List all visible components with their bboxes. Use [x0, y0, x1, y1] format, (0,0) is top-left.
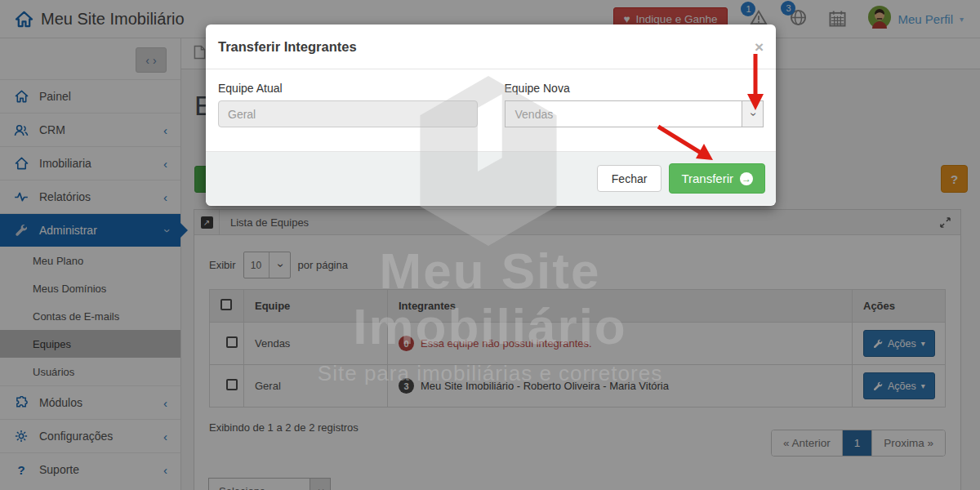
current-team-field: [218, 100, 478, 127]
app-window: Meu Site Imobiliário ♥ Indique e Ganhe 1…: [0, 0, 980, 490]
new-team-selected-value: Vendas: [506, 101, 742, 127]
current-team-label: Equipe Atual: [218, 82, 478, 95]
close-icon[interactable]: ×: [755, 39, 764, 55]
close-modal-button[interactable]: Fechar: [597, 165, 662, 192]
modal-header: Transferir Integrantes ×: [206, 24, 776, 69]
new-team-select[interactable]: Vendas ‹: [505, 100, 764, 127]
arrow-circle-right-icon: →: [740, 172, 753, 185]
current-team-group: Equipe Atual: [218, 82, 478, 151]
modal-title: Transferir Integrantes: [218, 39, 357, 55]
modal-body: Equipe Atual Equipe Nova Vendas ‹: [206, 69, 776, 151]
transfer-button[interactable]: Transferir →: [669, 163, 765, 194]
new-team-group: Equipe Nova Vendas ‹: [505, 82, 764, 151]
transfer-members-modal: Transferir Integrantes × Equipe Atual Eq…: [206, 24, 776, 206]
modal-footer: Fechar Transferir →: [206, 151, 776, 205]
new-team-label: Equipe Nova: [505, 82, 764, 95]
chevron-down-icon: ‹: [742, 101, 763, 127]
